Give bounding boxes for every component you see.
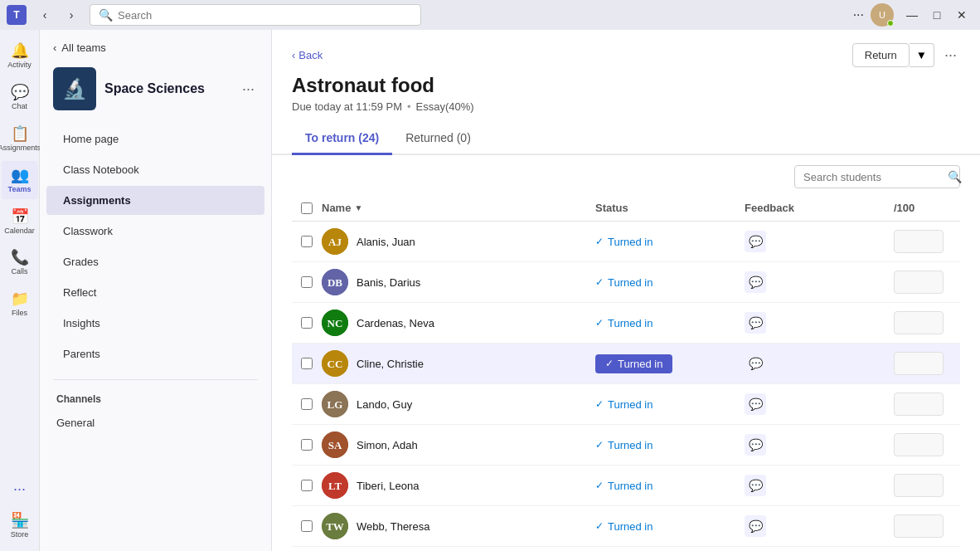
row-checkbox[interactable]	[301, 398, 313, 410]
return-button[interactable]: Return	[852, 43, 910, 67]
back-nav-button[interactable]: ‹	[33, 3, 56, 27]
feedback-icon[interactable]: 💬	[745, 312, 766, 334]
name-column-header[interactable]: Name ▼	[322, 202, 595, 214]
row-checkbox[interactable]	[301, 236, 313, 247]
files-label: Files	[12, 310, 27, 318]
row-checkbox-cell[interactable]	[292, 520, 322, 532]
team-more-button[interactable]: ···	[239, 77, 258, 101]
minimize-button[interactable]: —	[900, 3, 924, 27]
titlebar-more-button[interactable]: ···	[853, 7, 864, 22]
students-table: Name ▼ Status Feedback /100 AJ Alanis, J…	[272, 195, 980, 551]
tab-returned[interactable]: Returned (0)	[392, 123, 484, 155]
nav-item-insights[interactable]: Insights	[46, 309, 264, 338]
turned-in-status: ✓ Turned in	[595, 480, 653, 492]
row-checkbox-cell[interactable]	[292, 236, 322, 247]
feedback-icon[interactable]: 💬	[745, 271, 766, 293]
row-checkbox[interactable]	[301, 480, 313, 491]
sidebar-item-activity[interactable]: 🔔 Activity	[2, 37, 38, 75]
row-checkbox[interactable]	[301, 439, 313, 451]
score-cell[interactable]	[894, 311, 960, 334]
score-input[interactable]	[894, 311, 944, 334]
row-checkbox[interactable]	[301, 276, 313, 288]
assignment-more-button[interactable]: ···	[941, 43, 960, 67]
feedback-cell[interactable]: 💬	[745, 434, 894, 456]
row-checkbox-cell[interactable]	[292, 358, 322, 369]
feedback-icon[interactable]: 💬	[745, 434, 766, 456]
close-button[interactable]: ✕	[950, 3, 973, 27]
feedback-cell[interactable]: 💬	[745, 312, 894, 334]
sidebar-item-assignments[interactable]: 📋 Assignments	[2, 119, 38, 158]
score-input[interactable]	[894, 514, 944, 538]
status-cell: ✓ Turned in	[595, 236, 745, 248]
feedback-icon[interactable]: 💬	[745, 475, 766, 496]
left-rail: 🔔 Activity 💬 Chat 📋 Assignments 👥 Teams …	[0, 30, 40, 551]
feedback-cell[interactable]: 💬	[745, 353, 894, 374]
table-row: LG Lando, Guy ✓ Turned in 💬	[292, 384, 960, 425]
select-all-checkbox[interactable]	[301, 202, 313, 214]
score-cell[interactable]	[894, 230, 960, 253]
forward-nav-button[interactable]: ›	[60, 3, 83, 27]
sidebar-item-calls[interactable]: 📞 Calls	[2, 243, 38, 281]
feedback-icon[interactable]: 💬	[745, 353, 766, 374]
score-input[interactable]	[894, 271, 944, 294]
nav-item-classwork[interactable]: Classwork	[46, 217, 264, 246]
global-search-bar[interactable]: 🔍	[90, 4, 421, 26]
student-search-input[interactable]	[803, 171, 943, 183]
feedback-cell[interactable]: 💬	[745, 231, 894, 252]
row-checkbox-cell[interactable]	[292, 480, 322, 491]
nav-item-grades[interactable]: Grades	[46, 247, 264, 276]
turned-in-status: ✓ Turned in	[595, 317, 653, 329]
return-dropdown-button[interactable]: ▼	[910, 43, 934, 67]
feedback-cell[interactable]: 💬	[745, 515, 894, 537]
row-checkbox[interactable]	[301, 520, 313, 532]
row-checkbox-cell[interactable]	[292, 398, 322, 410]
score-cell[interactable]	[894, 474, 960, 497]
header-checkbox-cell[interactable]	[292, 202, 322, 214]
row-checkbox-cell[interactable]	[292, 317, 322, 329]
sidebar-item-files[interactable]: 📁 Files	[2, 285, 38, 323]
user-avatar[interactable]: U	[871, 3, 894, 27]
score-cell[interactable]	[894, 271, 960, 294]
score-cell[interactable]	[894, 393, 960, 416]
feedback-cell[interactable]: 💬	[745, 393, 894, 415]
feedback-icon[interactable]: 💬	[745, 231, 766, 252]
nav-item-home[interactable]: Home page	[46, 124, 264, 154]
svg-text:LT: LT	[328, 480, 342, 492]
score-input[interactable]	[894, 352, 944, 375]
status-cell: ✓ Turned in	[595, 520, 745, 533]
score-input[interactable]	[894, 393, 944, 416]
channel-general[interactable]: General	[56, 412, 255, 434]
sidebar-item-store[interactable]: 🏪 Store	[2, 506, 38, 544]
back-button[interactable]: ‹ Back	[292, 49, 323, 61]
main-layout: 🔔 Activity 💬 Chat 📋 Assignments 👥 Teams …	[0, 30, 980, 551]
sidebar-item-chat[interactable]: 💬 Chat	[2, 78, 38, 116]
score-cell[interactable]	[894, 433, 960, 456]
nav-item-notebook[interactable]: Class Notebook	[46, 155, 264, 184]
score-input[interactable]	[894, 230, 944, 253]
sidebar-item-teams[interactable]: 👥 Teams	[2, 161, 38, 199]
score-input[interactable]	[894, 474, 944, 497]
sidebar-item-calendar[interactable]: 📅 Calendar	[2, 202, 38, 241]
score-input[interactable]	[894, 433, 944, 456]
row-checkbox-cell[interactable]	[292, 276, 322, 288]
all-teams-back-button[interactable]: ‹ All teams	[40, 30, 271, 61]
chat-label: Chat	[12, 103, 27, 111]
feedback-icon[interactable]: 💬	[745, 393, 766, 415]
feedback-cell[interactable]: 💬	[745, 475, 894, 496]
tab-to-return[interactable]: To return (24)	[292, 123, 392, 155]
row-checkbox-cell[interactable]	[292, 439, 322, 451]
score-cell[interactable]	[894, 352, 960, 375]
nav-item-assignments[interactable]: Assignments	[46, 186, 264, 215]
table-row: DB Banis, Darius ✓ Turned in 💬	[292, 262, 960, 303]
feedback-icon[interactable]: 💬	[745, 515, 766, 537]
global-search-input[interactable]	[118, 9, 412, 22]
row-checkbox[interactable]	[301, 358, 313, 369]
nav-item-reflect[interactable]: Reflect	[46, 278, 264, 307]
nav-item-parents[interactable]: Parents	[46, 339, 264, 368]
sidebar-item-more[interactable]: ···	[2, 475, 38, 503]
student-search-bar[interactable]: 🔍	[794, 165, 960, 188]
row-checkbox[interactable]	[301, 317, 313, 329]
score-cell[interactable]	[894, 514, 960, 538]
feedback-cell[interactable]: 💬	[745, 271, 894, 293]
maximize-button[interactable]: □	[925, 3, 948, 27]
